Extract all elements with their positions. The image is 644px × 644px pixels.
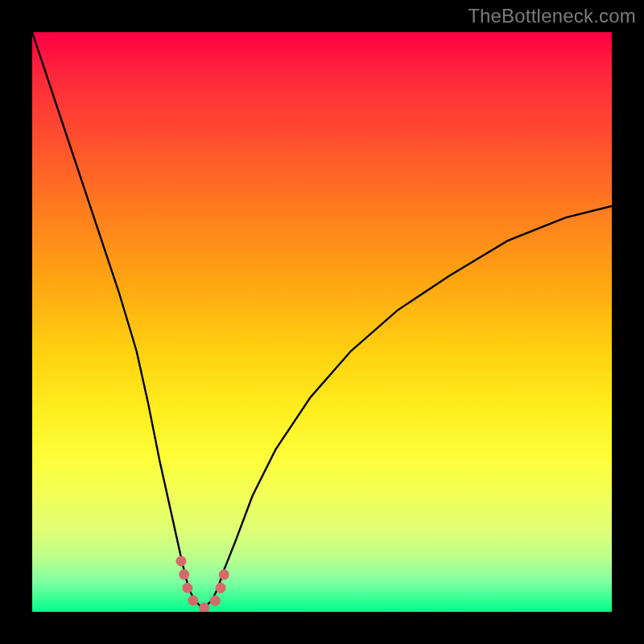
watermark-text: TheBottleneck.com xyxy=(468,5,636,27)
bottleneck-curve xyxy=(32,32,612,606)
plot-area xyxy=(32,32,612,612)
chart-frame: TheBottleneck.com xyxy=(0,0,644,644)
minimum-marker xyxy=(181,561,225,608)
chart-svg xyxy=(32,32,612,612)
